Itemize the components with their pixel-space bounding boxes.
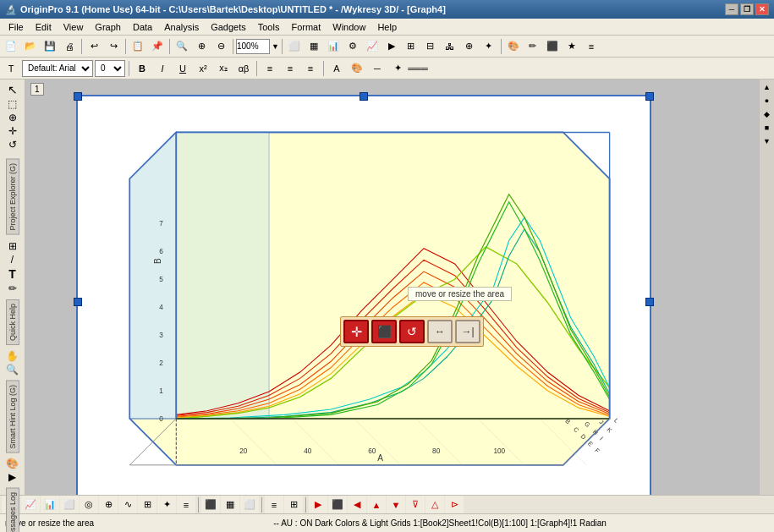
tb-btn-1[interactable]: ⬜ (285, 37, 304, 56)
right-btn-3[interactable]: ◆ (761, 108, 773, 120)
bt-12[interactable]: ▦ (221, 496, 239, 514)
handle-tl[interactable] (74, 92, 82, 101)
bt-23[interactable]: ⊳ (445, 496, 464, 514)
bt-7[interactable]: ∿ (118, 496, 137, 514)
tb-btn-12[interactable]: 🎨 (504, 37, 523, 56)
tb-btn-8[interactable]: ⊟ (421, 37, 440, 56)
float-move-button[interactable]: ✛ (343, 320, 369, 343)
select-tool[interactable]: ⬚ (3, 98, 23, 110)
bt-8[interactable]: ⊞ (138, 496, 156, 514)
sidebar-tab-quick-help[interactable]: Quick Help (6, 299, 19, 345)
tb-btn-5[interactable]: 📈 (363, 37, 382, 56)
special-char-button[interactable]: αβ (234, 59, 253, 78)
right-btn-1[interactable]: ▲ (761, 81, 773, 93)
zoom-button[interactable]: 🔍 (173, 37, 191, 56)
handle-tr[interactable] (645, 92, 654, 101)
bt-20[interactable]: ▼ (387, 496, 405, 514)
restore-button[interactable]: ❐ (740, 3, 754, 15)
bt-10[interactable]: ≡ (177, 496, 195, 514)
menu-format[interactable]: Format (286, 20, 326, 34)
text-color-button[interactable]: A (327, 59, 346, 78)
text-tool[interactable]: T (3, 267, 23, 281)
tb-btn-13[interactable]: ✏ (524, 37, 542, 56)
bt-22[interactable]: △ (425, 496, 444, 514)
line-style-button[interactable]: ═══ (409, 59, 427, 78)
menu-gadgets[interactable]: Gadgets (206, 20, 251, 34)
tb-btn-15[interactable]: ★ (563, 37, 581, 56)
magnify-tool[interactable]: 🔍 (3, 364, 23, 376)
data-tool[interactable]: ⊞ (3, 240, 23, 252)
print-button[interactable]: 🖨 (60, 37, 79, 56)
color-tool[interactable]: 🎨 (3, 458, 23, 469)
bg-color-button[interactable]: 🎨 (348, 59, 366, 78)
subscript-button[interactable]: x₂ (214, 59, 233, 78)
bt-18[interactable]: ◀ (348, 496, 366, 514)
tb-btn-9[interactable]: 🖧 (441, 37, 459, 56)
minimize-button[interactable]: ─ (725, 3, 738, 15)
close-button[interactable]: ✕ (755, 3, 769, 15)
tb-btn-2[interactable]: ▦ (305, 37, 323, 56)
align-right-button[interactable]: ≡ (301, 59, 320, 78)
tb-btn-4[interactable]: ⚙ (343, 37, 362, 56)
zoom-input[interactable] (236, 39, 270, 54)
arrow-tool[interactable]: ↖ (3, 83, 23, 96)
right-btn-2[interactable]: ● (761, 95, 773, 107)
tb-btn-11[interactable]: ✦ (480, 37, 498, 56)
align-center-button[interactable]: ≡ (281, 59, 299, 78)
font-name-select[interactable]: Default: Arial (22, 60, 93, 77)
bt-21[interactable]: ⊽ (406, 496, 425, 514)
align-left-button[interactable]: ≡ (261, 59, 279, 78)
bt-5[interactable]: ◎ (80, 496, 98, 514)
tb-btn-16[interactable]: ≡ (582, 37, 601, 56)
bt-19[interactable]: ▲ (367, 496, 386, 514)
bt-14[interactable]: ≡ (265, 496, 283, 514)
bt-4[interactable]: ⬜ (60, 496, 79, 514)
sidebar-tab-project-explorer[interactable]: Project Explorer (G) (6, 159, 19, 235)
float-scale-button[interactable]: ↔ (427, 320, 453, 343)
redo-button[interactable]: ↪ (104, 37, 123, 56)
draw-tool[interactable]: ✏ (3, 282, 23, 294)
line-color-button[interactable]: ─ (368, 59, 387, 78)
line-tool[interactable]: / (3, 254, 23, 266)
open-button[interactable]: 📂 (21, 37, 40, 56)
tb-btn-3[interactable]: 📊 (324, 37, 343, 56)
bt-9[interactable]: ✦ (157, 496, 176, 514)
hand-tool[interactable]: ✋ (3, 350, 23, 362)
bt-13[interactable]: ⬜ (240, 496, 259, 514)
new-button[interactable]: 📄 (2, 37, 20, 56)
sidebar-tab-smart-hint[interactable]: Smart Hint Log (G) (6, 381, 19, 453)
menu-analysis[interactable]: Analysis (159, 20, 204, 34)
zoom-out-button[interactable]: ⊖ (211, 37, 230, 56)
sidebar-tab-messages[interactable]: Messages Log (6, 488, 19, 532)
highlight-button[interactable]: ✦ (388, 59, 407, 78)
pan-tool[interactable]: ✛ (3, 125, 23, 137)
float-rotate-button[interactable]: ↺ (399, 320, 425, 343)
zoom-tool[interactable]: ⊕ (3, 112, 23, 123)
bt-2[interactable]: 📈 (21, 496, 40, 514)
handle-ml[interactable] (74, 298, 82, 306)
graph-container[interactable]: 1 (25, 80, 759, 495)
bt-11[interactable]: ⬛ (201, 496, 220, 514)
menu-help[interactable]: Help (372, 20, 402, 34)
menu-file[interactable]: File (3, 20, 29, 34)
bt-16[interactable]: ▶ (309, 496, 327, 514)
tb-btn-6[interactable]: ▶ (382, 37, 401, 56)
underline-button[interactable]: U (173, 59, 192, 78)
copy-button[interactable]: 📋 (129, 37, 147, 56)
right-btn-5[interactable]: ▼ (761, 135, 773, 147)
expand-button[interactable]: ▶ (3, 471, 23, 483)
zoom-in-button[interactable]: ⊕ (192, 37, 211, 56)
paste-button[interactable]: 📌 (148, 37, 167, 56)
menu-edit[interactable]: Edit (30, 20, 57, 34)
bold-button[interactable]: B (133, 59, 151, 78)
bt-17[interactable]: ⬛ (328, 496, 347, 514)
save-button[interactable]: 💾 (41, 37, 59, 56)
tb-btn-7[interactable]: ⊞ (402, 37, 420, 56)
titlebar-controls[interactable]: ─ ❐ ✕ (725, 3, 769, 15)
menu-window[interactable]: Window (327, 20, 371, 34)
menu-tools[interactable]: Tools (253, 20, 285, 34)
menu-graph[interactable]: Graph (90, 20, 126, 34)
bt-15[interactable]: ⊞ (284, 496, 303, 514)
float-resize-button[interactable]: ⬛ (371, 320, 397, 343)
float-pin-button[interactable]: →| (455, 320, 480, 343)
